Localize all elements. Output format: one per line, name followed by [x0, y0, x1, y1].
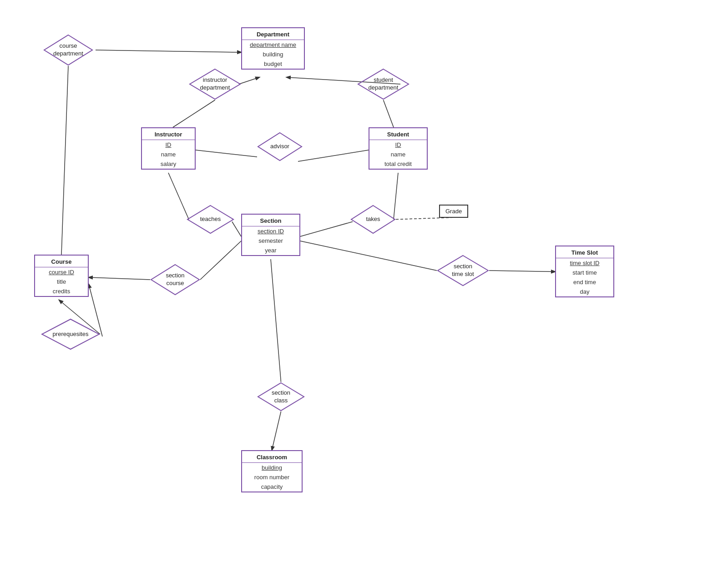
entity-attr-timeslot-1: start time [556, 268, 613, 277]
entity-title-instructor: Instructor [142, 128, 195, 140]
entity-section: Sectionsection IDsemesteryear [241, 214, 300, 256]
entity-attr-instructor-2: salary [142, 159, 195, 169]
relationship-prereq: prerequesites [41, 318, 100, 350]
relationship-instructor_dept: instructor department [189, 68, 241, 100]
svg-line-18 [272, 411, 281, 450]
entity-course: Coursecourse IDtitlecredits [34, 255, 89, 297]
relationship-label-takes: takes [366, 216, 380, 223]
entity-attr-section-2: year [242, 246, 299, 255]
entity-instructor: InstructorIDnamesalary [141, 127, 196, 170]
svg-line-7 [298, 150, 369, 161]
entity-attr-timeslot-0: time slot ID [556, 258, 613, 268]
svg-line-5 [384, 100, 394, 127]
entity-attr-department-0: department name [242, 40, 304, 50]
entity-title-section: Section [242, 215, 299, 226]
entity-attr-instructor-0: ID [142, 140, 195, 150]
entity-attr-course-1: title [35, 277, 88, 286]
er-diagram: Departmentdepartment namebuildingbudgetI… [0, 0, 728, 582]
relationship-course_dept: course department [43, 34, 93, 66]
svg-line-11 [300, 222, 353, 237]
entity-attr-student-2: total credit [369, 159, 427, 169]
relationship-section_class: section class [257, 382, 305, 411]
relationship-label-course_dept: course department [53, 42, 83, 58]
entity-attr-student-0: ID [369, 140, 427, 150]
entity-attr-department-1: building [242, 50, 304, 59]
entity-attr-classroom-2: capacity [242, 482, 302, 492]
entity-attr-course-2: credits [35, 286, 88, 296]
relationship-label-student_dept: student department [369, 76, 399, 92]
entity-attr-timeslot-2: end time [556, 277, 613, 287]
relationship-section_course: section course [150, 264, 200, 296]
svg-line-16 [489, 271, 555, 272]
svg-line-1 [239, 77, 259, 84]
relationship-label-prereq: prerequesites [53, 331, 89, 338]
entity-classroom: Classroombuildingroom numbercapacity [241, 450, 303, 492]
entity-title-student: Student [369, 128, 427, 140]
relationship-takes: takes [350, 205, 396, 234]
svg-line-17 [271, 259, 281, 382]
svg-line-14 [200, 241, 241, 280]
entity-student: StudentIDnametotal credit [369, 127, 428, 170]
svg-line-13 [89, 277, 150, 280]
relationship-label-advisor: advisor [270, 143, 289, 151]
entity-attr-classroom-1: room number [242, 472, 302, 482]
svg-line-3 [61, 66, 68, 255]
entity-attr-instructor-1: name [142, 150, 195, 159]
entity-title-classroom: Classroom [242, 451, 302, 463]
relationship-advisor: advisor [257, 132, 303, 161]
relationship-label-section_course: section course [166, 272, 184, 287]
entity-attr-timeslot-3: day [556, 287, 613, 296]
entity-title-department: Department [242, 28, 304, 40]
relationship-label-section_timeslot: section time slot [452, 263, 474, 278]
grade-box: Grade [439, 205, 468, 218]
entity-attr-section-0: section ID [242, 226, 299, 236]
svg-line-4 [173, 100, 215, 127]
svg-line-0 [96, 50, 241, 52]
relationship-label-instructor_dept: instructor department [200, 76, 230, 92]
entity-attr-section-1: semester [242, 236, 299, 246]
entity-attr-course-0: course ID [35, 267, 88, 277]
relationship-student_dept: student department [357, 68, 410, 100]
entity-timeslot: Time Slottime slot IDstart timeend timed… [555, 246, 614, 297]
svg-line-8 [168, 173, 189, 220]
entity-attr-classroom-0: building [242, 463, 302, 472]
relationship-teaches: teaches [187, 205, 234, 234]
relationship-section_timeslot: section time slot [437, 255, 489, 286]
entity-title-course: Course [35, 256, 88, 267]
entity-attr-department-2: budget [242, 59, 304, 69]
svg-line-15 [300, 241, 437, 271]
entity-department: Departmentdepartment namebuildingbudget [241, 27, 305, 70]
relationship-label-teaches: teaches [200, 216, 221, 223]
entity-title-timeslot: Time Slot [556, 246, 613, 258]
svg-line-6 [196, 150, 257, 157]
entity-attr-student-1: name [369, 150, 427, 159]
relationship-label-section_class: section class [272, 389, 290, 405]
